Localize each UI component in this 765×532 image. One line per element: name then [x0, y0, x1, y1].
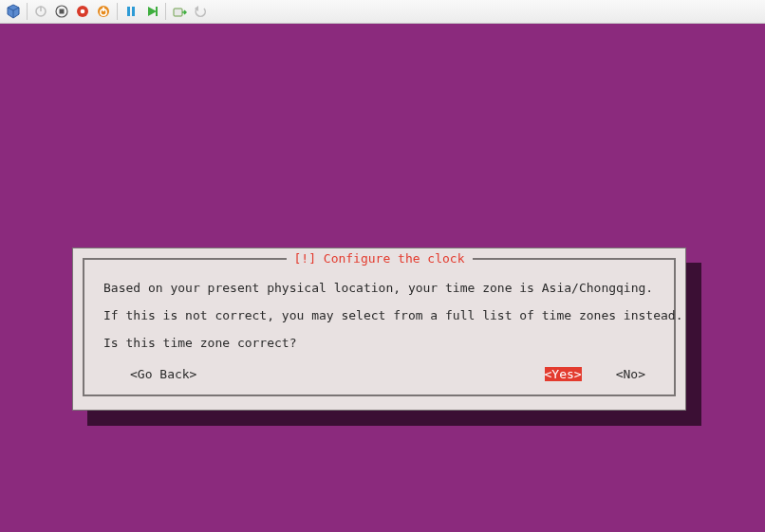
power-off-icon[interactable]	[94, 2, 113, 21]
toolbar-separator	[27, 3, 28, 20]
dialog-text-line-1: Based on your present physical location,…	[103, 281, 655, 295]
svg-rect-12	[132, 7, 135, 16]
stop-icon[interactable]	[52, 2, 71, 21]
configure-clock-dialog: [!] Configure the clock Based on your pr…	[72, 248, 686, 411]
dialog-frame: [!] Configure the clock Based on your pr…	[83, 258, 676, 396]
snapshot-icon[interactable]	[170, 2, 189, 21]
pause-icon[interactable]	[121, 2, 140, 21]
toolbar-separator	[117, 3, 118, 20]
play-icon[interactable]	[142, 2, 161, 21]
go-back-button[interactable]: <Go Back>	[130, 367, 196, 381]
undo-icon	[191, 2, 210, 21]
reset-icon[interactable]	[73, 2, 92, 21]
dialog-text-line-3: Is this time zone correct?	[103, 336, 655, 350]
toolbar-separator	[165, 3, 166, 20]
dialog-title: [!] Configure the clock	[286, 251, 472, 266]
no-button[interactable]: <No>	[616, 367, 645, 381]
settings-cube-icon[interactable]	[4, 2, 23, 21]
dialog-button-row: <Go Back> <Yes> <No>	[103, 367, 655, 381]
yes-button[interactable]: <Yes>	[545, 367, 582, 381]
vm-toolbar	[0, 0, 765, 24]
svg-rect-5	[60, 9, 65, 14]
vm-display: [!] Configure the clock Based on your pr…	[0, 24, 765, 532]
svg-rect-15	[174, 9, 182, 16]
svg-point-7	[81, 9, 85, 14]
dialog-text-line-2: If this is not correct, you may select f…	[103, 308, 655, 322]
power-on-icon	[31, 2, 50, 21]
svg-rect-11	[127, 7, 130, 16]
svg-marker-13	[148, 7, 157, 16]
